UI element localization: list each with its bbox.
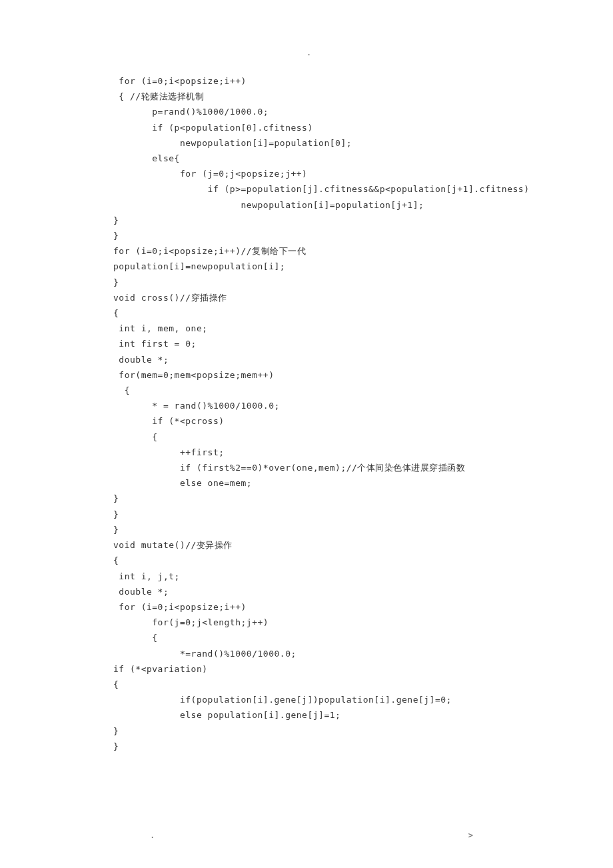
code-line: if (p<population[0].cfitness) [113,120,500,135]
code-line: for (i=0;i<popsize;i++) [113,599,500,615]
code-line: if (*<pcross) [113,413,500,429]
code-line: { [113,630,500,645]
code-line: * = rand()%1000/1000.0; [113,398,500,413]
code-line: double *; [113,352,500,367]
code-line: { [113,383,500,398]
code-line: } [113,213,500,228]
code-line: } [113,723,500,739]
code-line: int i, mem, one; [113,321,500,336]
code-line: { [113,305,500,321]
code-line: if (p>=population[j].cfitness&&p<populat… [113,181,500,197]
code-line: if(population[i].gene[j])population[i].g… [113,692,500,707]
code-line: for(mem=0;mem<popsize;mem++) [113,367,500,383]
code-line: else one=mem; [113,475,500,491]
code-line: { [113,677,500,692]
code-line: { [113,553,500,568]
code-line: { [113,429,500,445]
code-line: for (i=0;i<popsize;i++)//复制给下一代 [113,243,500,259]
code-line: double *; [113,584,500,599]
code-line: } [113,491,500,506]
code-line: } [113,522,500,537]
code-line: newpopulation[i]=population[0]; [113,135,500,151]
code-line: for (j=0;j<popsize;j++) [113,166,500,181]
header-marker: . [306,48,311,57]
code-line: p=rand()%1000/1000.0; [113,104,500,119]
code-line: int first = 0; [113,336,500,351]
code-line: { //轮赌法选择机制 [113,89,500,104]
code-line: if (first%2==0)*over(one,mem);//个体间染色体进展… [113,460,500,475]
code-block: for (i=0;i<popsize;i++) { //轮赌法选择机制 p=ra… [113,73,500,754]
code-line: } [113,507,500,522]
code-line: *=rand()%1000/1000.0; [113,646,500,661]
code-line: } [113,228,500,243]
code-line: for(j=0;j<length;j++) [113,615,500,630]
code-line: population[i]=newpopulation[i]; [113,259,500,274]
code-line: int i, j,t; [113,569,500,584]
code-line: void mutate()//变异操作 [113,537,500,553]
code-line: } [113,275,500,290]
footer-greater-than: > [468,831,473,840]
code-line: void cross()//穿插操作 [113,290,500,305]
footer-dot: . [150,831,155,840]
code-line: else{ [113,151,500,166]
code-line: else population[i].gene[j]=1; [113,707,500,723]
code-line: newpopulation[i]=population[j+1]; [113,197,500,213]
code-line: } [113,739,500,754]
code-line: for (i=0;i<popsize;i++) [113,73,500,89]
code-container: for (i=0;i<popsize;i++) { //轮赌法选择机制 p=ra… [0,0,613,794]
code-line: if (*<pvariation) [113,661,500,677]
code-line: ++first; [113,445,500,460]
